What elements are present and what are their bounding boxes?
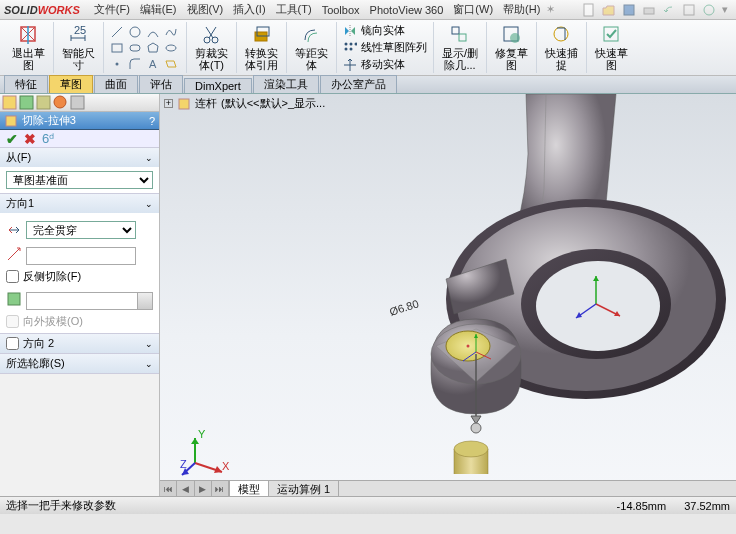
menu-tools[interactable]: 工具(T): [272, 0, 316, 19]
draft-outward-label: 向外拔模(O): [23, 314, 83, 329]
draft-icon[interactable]: [6, 291, 22, 307]
spline-icon[interactable]: [164, 25, 178, 39]
panel-tab-bar: [0, 94, 159, 112]
contours-section: 所选轮廓(S)⌄: [0, 354, 159, 374]
move-entities-button[interactable]: 移动实体: [341, 56, 407, 73]
plane-icon[interactable]: [164, 57, 178, 71]
property-tab-icon[interactable]: [19, 95, 34, 110]
exit-sketch-button[interactable]: 退出草 图: [8, 22, 49, 73]
confirm-toolbar: ✔ ✖ 6ᵈ: [0, 130, 159, 148]
arc-icon[interactable]: [146, 25, 160, 39]
config-tab-icon[interactable]: [36, 95, 51, 110]
mirror-button[interactable]: 镜向实体: [341, 22, 407, 39]
flip-side-checkbox[interactable]: [6, 270, 19, 283]
repair-button[interactable]: 修复草 图: [491, 22, 532, 73]
ellipse-icon[interactable]: [164, 41, 178, 55]
save-icon[interactable]: [622, 3, 636, 17]
help-icon[interactable]: ?: [149, 115, 155, 127]
view-triad[interactable]: Y X Z: [180, 428, 230, 478]
open-icon[interactable]: [602, 3, 616, 17]
extra-tab-icon[interactable]: [70, 95, 85, 110]
svg-rect-22: [452, 27, 459, 34]
quick-snap-button[interactable]: 快速捕 捉: [541, 22, 582, 73]
part-icon: [177, 97, 191, 111]
draft-angle-spinner[interactable]: [26, 292, 153, 310]
menu-view[interactable]: 视图(V): [183, 0, 228, 19]
menu-window[interactable]: 窗口(W): [449, 0, 497, 19]
menu-help[interactable]: 帮助(H): [499, 0, 544, 19]
tab-first-icon[interactable]: ⏮: [160, 481, 177, 496]
tab-surface[interactable]: 曲面: [94, 75, 138, 93]
text-icon[interactable]: A: [146, 57, 160, 71]
tab-dimxpert[interactable]: DimXpert: [184, 78, 252, 93]
draft-outward-checkbox[interactable]: [6, 315, 19, 328]
polygon-icon[interactable]: [146, 41, 160, 55]
status-prompt: 选择一把手来修改参数: [6, 498, 116, 513]
rapid-sketch-button[interactable]: 快速草 图: [591, 22, 632, 73]
trim-button[interactable]: 剪裁实 体(T): [191, 22, 232, 73]
smart-dimension-button[interactable]: 25 智能尺 寸: [58, 22, 99, 73]
svg-rect-27: [604, 27, 618, 41]
end-condition-dropdown[interactable]: 完全贯穿: [26, 221, 136, 239]
options-icon[interactable]: [682, 3, 696, 17]
direction2-checkbox[interactable]: [6, 337, 19, 350]
direction-vector-icon[interactable]: [6, 246, 22, 262]
menu-toolbox[interactable]: Toolbox: [318, 2, 364, 18]
tab-render[interactable]: 渲染工具: [253, 75, 319, 93]
offset-entities-button[interactable]: 等距实 体: [291, 22, 332, 73]
tab-prev-icon[interactable]: ◀: [177, 481, 194, 496]
display-tab-icon[interactable]: [53, 95, 68, 110]
svg-rect-2: [644, 8, 654, 14]
tab-motion[interactable]: 运动算例 1: [269, 481, 339, 496]
from-header[interactable]: 从(F)⌄: [0, 148, 159, 167]
new-doc-icon[interactable]: [582, 3, 596, 17]
from-plane-dropdown[interactable]: 草图基准面: [6, 171, 153, 189]
convert-entities-button[interactable]: 转换实 体引用: [241, 22, 282, 73]
menu-pin-icon[interactable]: ✶: [546, 3, 555, 16]
direction-field[interactable]: [26, 247, 136, 265]
direction2-header[interactable]: 方向 2⌄: [0, 334, 159, 353]
rebuild-icon[interactable]: [702, 3, 716, 17]
undo-icon[interactable]: [662, 3, 676, 17]
print-icon[interactable]: [642, 3, 656, 17]
tab-feature[interactable]: 特征: [4, 75, 48, 93]
ribbon: 退出草 图 25 智能尺 寸 A 剪裁实 体(T): [0, 20, 736, 76]
circle-icon[interactable]: [128, 25, 142, 39]
linear-pattern-button[interactable]: 线性草图阵列: [341, 39, 429, 56]
fillet-icon[interactable]: [128, 57, 142, 71]
tab-office[interactable]: 办公室产品: [320, 75, 397, 93]
svg-point-20: [345, 47, 348, 50]
svg-point-10: [166, 45, 176, 51]
svg-text:Y: Y: [198, 428, 206, 440]
ok-button[interactable]: ✔: [6, 131, 18, 147]
svg-rect-30: [37, 96, 50, 109]
feature-title-bar: 切除-拉伸3 ?: [0, 112, 159, 130]
rectangle-icon[interactable]: [110, 41, 124, 55]
scissors-icon: [201, 24, 223, 46]
tab-evaluate[interactable]: 评估: [139, 75, 183, 93]
expand-icon[interactable]: +: [164, 99, 173, 108]
menu-photoview[interactable]: PhotoView 360: [366, 2, 448, 18]
reverse-direction-icon[interactable]: [6, 222, 22, 238]
qat-dropdown-icon[interactable]: ▾: [722, 3, 728, 16]
svg-rect-34: [8, 293, 20, 305]
tab-model[interactable]: 模型: [230, 481, 269, 496]
tab-sketch[interactable]: 草图: [49, 75, 93, 93]
tab-last-icon[interactable]: ⏭: [212, 481, 229, 496]
line-icon[interactable]: [110, 25, 124, 39]
contours-header[interactable]: 所选轮廓(S)⌄: [0, 354, 159, 373]
point-icon[interactable]: [110, 57, 124, 71]
display-delete-button[interactable]: 显示/删 除几...: [438, 22, 482, 73]
slot-icon[interactable]: [128, 41, 142, 55]
direction1-header[interactable]: 方向1⌄: [0, 194, 159, 213]
menu-edit[interactable]: 编辑(E): [136, 0, 181, 19]
detail-preview-icon[interactable]: 6ᵈ: [42, 131, 54, 146]
menu-file[interactable]: 文件(F): [90, 0, 134, 19]
cancel-button[interactable]: ✖: [24, 131, 36, 147]
svg-point-45: [471, 423, 481, 433]
feature-tree-tab-icon[interactable]: [2, 95, 17, 110]
menu-insert[interactable]: 插入(I): [229, 0, 269, 19]
graphics-viewport[interactable]: + 连杆 (默认<<默认>_显示...: [160, 94, 736, 496]
svg-rect-3: [684, 5, 694, 15]
tab-next-icon[interactable]: ▶: [195, 481, 212, 496]
